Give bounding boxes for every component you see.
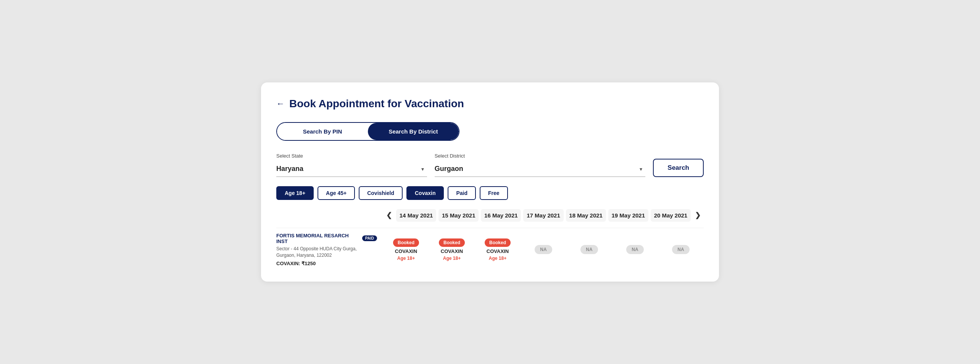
filter-chip-covishield[interactable]: Covishield bbox=[359, 186, 403, 200]
slot-vaccine: COVAXIN bbox=[487, 248, 509, 254]
slot-booked-badge: Booked bbox=[393, 238, 419, 247]
district-label: Select District bbox=[435, 153, 646, 159]
district-select-group: Select District Gurgaon Faridabad Ambala… bbox=[435, 153, 646, 177]
search-by-pin-button[interactable]: Search By PIN bbox=[277, 123, 368, 140]
state-label: Select State bbox=[276, 153, 427, 159]
slot-age: Age 18+ bbox=[443, 256, 461, 261]
prev-date-button[interactable]: ❮ bbox=[383, 211, 395, 219]
slot-col-4: NA bbox=[566, 245, 612, 254]
slot-age: Age 18+ bbox=[489, 256, 506, 261]
date-nav-row: ❮ 14 May 202115 May 202116 May 202117 Ma… bbox=[276, 209, 704, 222]
date-col-6: 20 May 2021 bbox=[650, 209, 692, 222]
date-label-1: 15 May 2021 bbox=[438, 209, 479, 222]
slot-na-badge: NA bbox=[626, 245, 643, 254]
district-select-wrapper: Gurgaon Faridabad Ambala Hisar ▾ bbox=[435, 161, 646, 177]
paid-badge: PAID bbox=[362, 235, 377, 241]
slot-col-5: NA bbox=[612, 245, 658, 254]
filter-chip-covaxin[interactable]: Covaxin bbox=[406, 186, 444, 200]
slot-col-2: BookedCOVAXINAge 18+ bbox=[475, 238, 521, 261]
date-label-0: 14 May 2021 bbox=[396, 209, 436, 222]
slot-col-0: BookedCOVAXINAge 18+ bbox=[383, 238, 429, 261]
slot-col-6: NA bbox=[658, 245, 704, 254]
slot-columns: BookedCOVAXINAge 18+BookedCOVAXINAge 18+… bbox=[383, 233, 704, 267]
date-label-2: 16 May 2021 bbox=[481, 209, 521, 222]
slot-col-1: BookedCOVAXINAge 18+ bbox=[429, 238, 475, 261]
district-select[interactable]: Gurgaon Faridabad Ambala Hisar bbox=[435, 161, 646, 177]
slot-na-badge: NA bbox=[535, 245, 552, 254]
date-col-5: 19 May 2021 bbox=[607, 209, 650, 222]
search-by-district-button[interactable]: Search By District bbox=[368, 123, 459, 140]
results-section: ❮ 14 May 202115 May 202116 May 202117 Ma… bbox=[276, 209, 704, 267]
date-col-2: 16 May 2021 bbox=[480, 209, 522, 222]
hospital-name: FORTIS MEMORIAL RESARCH INST bbox=[276, 233, 359, 244]
date-col-4: 18 May 2021 bbox=[565, 209, 607, 222]
date-col-3: 17 May 2021 bbox=[522, 209, 564, 222]
filters-row: Select State Haryana Delhi Maharashtra K… bbox=[276, 153, 704, 177]
date-label-6: 20 May 2021 bbox=[651, 209, 691, 222]
date-label-4: 18 May 2021 bbox=[566, 209, 606, 222]
date-label-3: 17 May 2021 bbox=[523, 209, 563, 222]
search-toggle: Search By PIN Search By District bbox=[276, 122, 459, 141]
hospital-name-row: FORTIS MEMORIAL RESARCH INSTPAID bbox=[276, 233, 377, 244]
page-title: Book Appointment for Vaccination bbox=[289, 98, 464, 110]
search-button[interactable]: Search bbox=[653, 159, 704, 177]
slot-na-badge: NA bbox=[672, 245, 689, 254]
results-container: FORTIS MEMORIAL RESARCH INSTPAIDSector -… bbox=[276, 228, 704, 267]
date-col-1: 15 May 2021 bbox=[437, 209, 480, 222]
page-header: ← Book Appointment for Vaccination bbox=[276, 98, 704, 110]
slot-booked-badge: Booked bbox=[439, 238, 465, 247]
back-button[interactable]: ← bbox=[276, 99, 285, 109]
slot-vaccine: COVAXIN bbox=[395, 248, 417, 254]
state-select[interactable]: Haryana Delhi Maharashtra Karnataka bbox=[276, 161, 427, 177]
date-col-0: 14 May 2021 bbox=[395, 209, 437, 222]
main-card: ← Book Appointment for Vaccination Searc… bbox=[261, 82, 719, 282]
table-row: FORTIS MEMORIAL RESARCH INSTPAIDSector -… bbox=[276, 228, 704, 267]
filter-chip-paid[interactable]: Paid bbox=[448, 186, 476, 200]
slot-booked-badge: Booked bbox=[485, 238, 511, 247]
date-label-5: 19 May 2021 bbox=[608, 209, 648, 222]
next-date-button[interactable]: ❯ bbox=[692, 211, 704, 219]
filter-chip-age-18plus[interactable]: Age 18+ bbox=[276, 186, 314, 200]
slot-col-3: NA bbox=[521, 245, 566, 254]
hospital-info: FORTIS MEMORIAL RESARCH INSTPAIDSector -… bbox=[276, 233, 383, 267]
state-select-group: Select State Haryana Delhi Maharashtra K… bbox=[276, 153, 427, 177]
hospital-address: Sector - 44 Opposite HUDA City Gurga, Gu… bbox=[276, 246, 377, 259]
slot-na-badge: NA bbox=[580, 245, 598, 254]
vaccine-price: COVAXIN: ₹1250 bbox=[276, 261, 377, 266]
filter-chips: Age 18+Age 45+CovishieldCovaxinPaidFree bbox=[276, 186, 704, 200]
date-columns: 14 May 202115 May 202116 May 202117 May … bbox=[395, 209, 692, 222]
filter-chip-age-45plus[interactable]: Age 45+ bbox=[318, 186, 355, 200]
filter-chip-free[interactable]: Free bbox=[480, 186, 508, 200]
slot-age: Age 18+ bbox=[397, 256, 415, 261]
slot-vaccine: COVAXIN bbox=[441, 248, 463, 254]
state-select-wrapper: Haryana Delhi Maharashtra Karnataka ▾ bbox=[276, 161, 427, 177]
